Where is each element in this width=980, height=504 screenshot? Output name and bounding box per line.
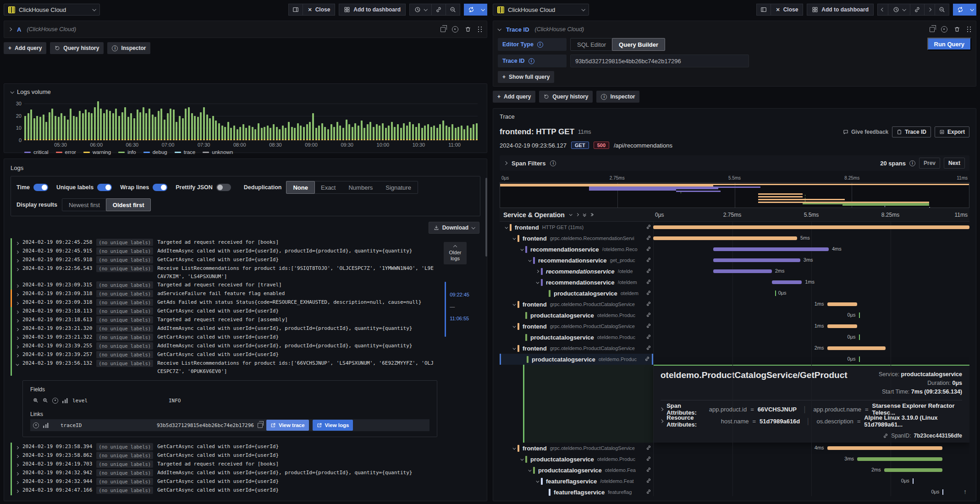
span-duration-bar[interactable] [653, 225, 969, 229]
volume-bar[interactable] [206, 115, 208, 140]
left-pane-scrollbar[interactable] [485, 178, 487, 257]
volume-bar[interactable] [82, 113, 84, 140]
trace-id-button[interactable]: Trace ID [892, 126, 931, 137]
volume-bar[interactable] [176, 122, 177, 140]
time-shift-back-button[interactable] [877, 4, 888, 16]
volume-bar[interactable] [51, 109, 53, 140]
right-run-refresh-button[interactable] [953, 4, 968, 16]
legend-item-error[interactable]: error [56, 149, 76, 155]
span-row[interactable]: productcatalogserviceoteldemo.Produc0μs [500, 354, 969, 365]
span-expander-icon[interactable] [510, 237, 518, 240]
volume-bar[interactable] [288, 122, 290, 140]
volume-bar[interactable] [315, 128, 317, 140]
span-timeline-cell[interactable]: 5ms [653, 233, 969, 244]
volume-bar[interactable] [212, 116, 214, 140]
volume-bar[interactable] [252, 127, 253, 140]
log-row[interactable]: 2024-02-19 09:22:45.258(no unique labels… [11, 238, 435, 247]
volume-bar[interactable] [154, 117, 156, 140]
volume-bar[interactable] [28, 113, 29, 140]
log-expander-icon[interactable] [16, 359, 22, 368]
volume-bar[interactable] [160, 109, 162, 140]
duplicate-query-icon[interactable] [930, 27, 935, 32]
span-service-cell[interactable]: recommendationservice/otelde [500, 266, 653, 277]
left-close-button[interactable]: ✕ Close [303, 4, 335, 16]
volume-bar[interactable] [346, 120, 347, 140]
volume-bar[interactable] [209, 118, 211, 140]
span-service-cell[interactable]: frontendgrpc.oteldemo.ProductCatalogServ… [500, 321, 653, 332]
log-row[interactable]: 2024-02-19 09:23:09.318(no unique labels… [11, 290, 435, 298]
span-timeline-cell[interactable]: 0μs [653, 354, 969, 365]
volume-bar[interactable] [276, 127, 278, 140]
left-datasource-picker[interactable]: ClickHouse Cloud [4, 4, 100, 16]
volume-bar[interactable] [30, 110, 32, 140]
volume-bar[interactable] [470, 128, 472, 140]
span-filters-label[interactable]: Span Filters [512, 160, 545, 167]
span-expander-icon[interactable] [518, 458, 525, 460]
span-timeline-cell[interactable]: 2ms [653, 465, 969, 476]
toggle-switch[interactable] [216, 184, 231, 191]
toggle-field-visibility-icon[interactable] [52, 398, 58, 404]
span-row[interactable]: recommendationservice/otelde2ms [500, 266, 969, 277]
volume-bar[interactable] [373, 127, 374, 140]
volume-bar[interactable] [336, 122, 338, 140]
span-link-icon[interactable] [646, 224, 651, 231]
volume-bar[interactable] [406, 126, 408, 140]
volume-bar[interactable] [446, 126, 447, 140]
volume-bar[interactable] [427, 124, 429, 140]
span-service-cell[interactable]: featureflagservicefeatureflag [500, 487, 653, 496]
volume-bar[interactable] [145, 113, 147, 140]
log-expander-icon[interactable] [16, 238, 22, 247]
volume-bar[interactable] [285, 128, 286, 140]
volume-bar[interactable] [330, 124, 332, 140]
span-row[interactable]: frontendgrpc.oteldemo.ProductCatalogServ… [500, 321, 969, 332]
span-expander-icon[interactable] [510, 347, 518, 350]
volume-bar[interactable] [137, 110, 138, 140]
dedup-option-numbers[interactable]: Numbers [342, 181, 379, 193]
legend-item-trace[interactable]: trace [175, 149, 196, 155]
volume-bar[interactable] [124, 107, 126, 140]
span-service-cell[interactable]: productcatalogserviceoteldemo.Produc [500, 332, 653, 343]
field-stats-icon[interactable] [62, 398, 68, 403]
volume-bar[interactable] [194, 116, 196, 140]
span-link-icon[interactable] [646, 445, 651, 452]
span-row[interactable]: recommendationserviceget_produc3ms [500, 255, 969, 266]
span-service-cell[interactable]: frontendgrpc.oteldemo.ProductCatalogServ… [500, 299, 653, 310]
volume-bar[interactable] [67, 120, 69, 140]
volume-bar[interactable] [418, 123, 420, 140]
log-row[interactable]: 2024-02-19 09:24:47.166(no unique labels… [11, 486, 435, 495]
prev-span-button[interactable]: Prev [919, 158, 940, 169]
span-timeline-cell[interactable]: 1ms [653, 277, 969, 288]
span-timeline-cell[interactable]: 1ms [653, 321, 969, 332]
span-row[interactable]: featureflagservice/oteldemo.Feat0μs [500, 476, 969, 487]
volume-bar[interactable] [476, 123, 478, 140]
log-expander-icon[interactable] [16, 247, 22, 256]
inspector-button[interactable]: i Inspector [107, 42, 150, 54]
log-row[interactable]: 2024-02-19 09:24:47.954(no unique labels… [11, 495, 435, 495]
inspector-button[interactable]: i Inspector [596, 91, 639, 103]
close-split-icon-button[interactable] [756, 4, 771, 16]
query-collapse-chevron-icon[interactable] [497, 27, 501, 31]
volume-bar[interactable] [61, 113, 62, 140]
volume-bar[interactable] [339, 126, 341, 140]
span-duration-bar[interactable] [713, 258, 800, 262]
left-share-link-button[interactable] [431, 4, 446, 16]
volume-bar[interactable] [115, 109, 117, 140]
span-timeline-cell[interactable] [653, 222, 969, 233]
log-row[interactable]: 2024-02-19 09:24:19.703(no unique labels… [11, 460, 435, 469]
close-split-icon-button[interactable] [288, 4, 303, 16]
span-link-icon[interactable] [646, 312, 651, 319]
span-duration-bar[interactable] [827, 324, 858, 328]
volume-bar[interactable] [455, 128, 457, 140]
log-expander-icon[interactable] [16, 469, 22, 477]
span-duration-bar[interactable] [857, 457, 942, 461]
volume-bar[interactable] [45, 122, 47, 140]
log-expander-icon[interactable] [16, 256, 22, 264]
trash-icon[interactable] [465, 26, 471, 33]
log-row[interactable]: 2024-02-19 09:23:58.394(no unique labels… [11, 443, 435, 451]
volume-bar[interactable] [106, 110, 108, 140]
right-zoom-out-button[interactable] [935, 4, 949, 16]
query-collapse-chevron-icon[interactable] [8, 27, 12, 31]
span-service-cell[interactable]: productcatalogserviceoteldemo.Produc [500, 354, 653, 365]
volume-bar[interactable] [254, 129, 256, 140]
span-expander-icon[interactable] [526, 469, 533, 471]
